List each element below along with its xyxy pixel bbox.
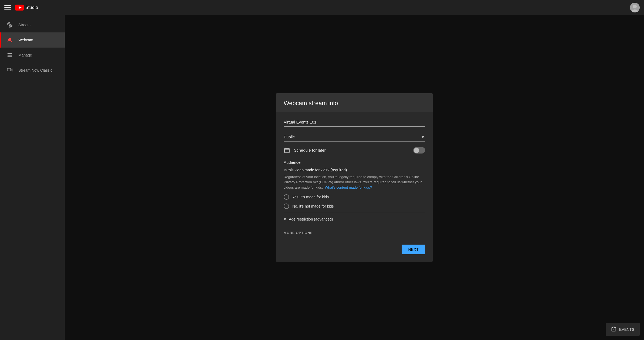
- main-body: Stream Webcam Manage: [0, 15, 644, 340]
- events-button-label: EVENTS: [619, 327, 634, 332]
- modal-header: Webcam stream info: [276, 93, 433, 112]
- radio-circle-yes: [284, 194, 289, 200]
- visibility-select[interactable]: Public Unlisted Private: [284, 132, 425, 142]
- next-button[interactable]: NEXT: [402, 245, 425, 254]
- sidebar-item-manage[interactable]: Manage: [0, 48, 65, 63]
- schedule-left: Schedule for later: [284, 147, 326, 154]
- sidebar-item-stream[interactable]: Stream: [0, 17, 65, 32]
- svg-point-5: [9, 24, 11, 26]
- webcam-icon: [6, 37, 13, 43]
- svg-point-3: [633, 5, 637, 8]
- classic-stream-icon: [6, 67, 13, 74]
- more-options-label[interactable]: MORE OPTIONS: [284, 230, 425, 236]
- schedule-toggle[interactable]: [413, 147, 425, 154]
- audience-description: Regardless of your location, you're lega…: [284, 174, 425, 190]
- title-input[interactable]: [284, 119, 425, 127]
- svg-rect-8: [8, 55, 12, 56]
- manage-icon: [6, 52, 13, 58]
- modal-title: Webcam stream info: [284, 100, 425, 107]
- toggle-knob: [414, 148, 419, 153]
- sidebar-item-manage-label: Manage: [18, 53, 32, 57]
- visibility-select-wrapper: Public Unlisted Private ▾: [284, 132, 425, 142]
- sidebar-item-webcam[interactable]: Webcam: [0, 32, 65, 48]
- radio-no-label: No, it's not made for kids: [292, 204, 334, 208]
- sidebar-item-stream-now-classic[interactable]: Stream Now Classic: [0, 63, 65, 78]
- events-icon: [611, 326, 616, 332]
- youtube-logo: [15, 5, 24, 11]
- chevron-down-icon: ▾: [284, 216, 286, 222]
- coppa-link[interactable]: What's content made for kids?: [325, 185, 372, 189]
- stream-icon: [6, 22, 13, 28]
- calendar-icon: [284, 147, 290, 154]
- radio-circle-no: [284, 204, 289, 209]
- svg-rect-11: [284, 148, 289, 153]
- logo-area[interactable]: Studio: [15, 5, 38, 11]
- sidebar-item-stream-label: Stream: [18, 23, 30, 27]
- radio-yes-kids[interactable]: Yes, it's made for kids: [284, 194, 425, 200]
- audience-section-title: Audience: [284, 160, 425, 165]
- schedule-row: Schedule for later: [284, 147, 425, 154]
- hamburger-icon[interactable]: [4, 5, 11, 10]
- svg-rect-7: [8, 53, 12, 54]
- radio-yes-label: Yes, it's made for kids: [292, 195, 329, 199]
- header-left: Studio: [4, 5, 38, 11]
- svg-rect-9: [8, 56, 12, 57]
- sidebar-item-webcam-label: Webcam: [18, 38, 33, 42]
- modal-footer: NEXT: [284, 242, 425, 255]
- schedule-label: Schedule for later: [294, 148, 326, 152]
- age-restriction-label: Age restriction (advanced): [289, 217, 333, 221]
- modal-card: Webcam stream info Public Unlisted Priva…: [276, 93, 433, 262]
- sidebar-item-classic-label: Stream Now Classic: [18, 68, 52, 72]
- modal-body: Public Unlisted Private ▾: [276, 112, 433, 262]
- user-avatar[interactable]: [630, 3, 640, 12]
- audience-question: Is this video made for kids? (required): [284, 168, 425, 172]
- sidebar: Stream Webcam Manage: [0, 15, 65, 340]
- svg-rect-10: [7, 68, 11, 71]
- content-area: Webcam stream info Public Unlisted Priva…: [65, 15, 644, 340]
- age-restriction-row[interactable]: ▾ Age restriction (advanced): [284, 213, 425, 225]
- events-button[interactable]: EVENTS: [606, 323, 640, 336]
- studio-label: Studio: [25, 5, 38, 10]
- radio-no-kids[interactable]: No, it's not made for kids: [284, 204, 425, 209]
- header: Studio: [0, 0, 644, 15]
